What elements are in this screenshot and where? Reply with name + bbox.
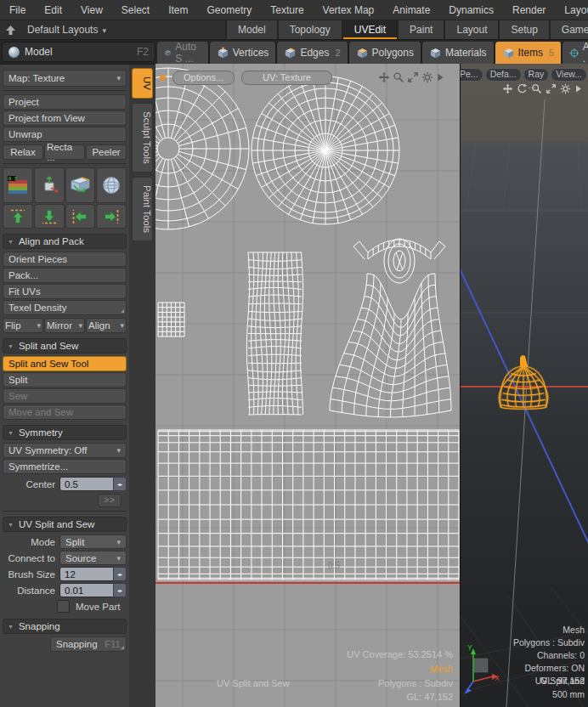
brush-size-stepper[interactable] (113, 567, 127, 581)
zoom-icon[interactable] (393, 71, 404, 83)
symmetry-header[interactable]: Symmetry (3, 425, 127, 440)
peeler-button[interactable]: Peeler (86, 144, 127, 160)
rectangle-button[interactable]: Recta ... (44, 144, 85, 160)
menu-item[interactable]: Item (159, 4, 197, 16)
align-dropdown[interactable]: Align (86, 318, 127, 333)
distance-field[interactable]: 0.01 (59, 583, 127, 597)
pack-button[interactable]: Pack... (3, 268, 127, 283)
texel-density-button[interactable]: Texel Density (3, 300, 127, 315)
menu-file[interactable]: File (0, 4, 35, 16)
center-field[interactable]: 0.5 (59, 477, 127, 491)
perspective-3d-viewport[interactable]: YX Pe... Defa... Ray ... View... Mesh Po… (460, 64, 588, 707)
fit-uvs-button[interactable]: Fit UVs (3, 284, 127, 299)
mirror-dropdown[interactable]: Mirror (44, 318, 85, 333)
tab-action-center[interactable]: Action . . (563, 42, 588, 64)
menu-dynamics[interactable]: Dynamics (439, 4, 503, 16)
menu-texture[interactable]: Texture (261, 4, 313, 16)
expand-menu-icon[interactable] (574, 83, 582, 94)
uv-wireframe-canvas[interactable] (155, 64, 460, 707)
align-and-pack-header[interactable]: Align and Pack (3, 234, 127, 249)
side-tab-sculpt-tools[interactable]: Sculpt Tools (132, 103, 153, 173)
tab-vertices[interactable]: Vertices (210, 42, 278, 64)
uv-projection-axis-button[interactable] (34, 167, 65, 203)
move-part-checkbox[interactable] (57, 600, 70, 613)
gear-icon[interactable] (560, 83, 571, 94)
uv-map-pill[interactable]: UV: Texture (241, 71, 332, 85)
layout-tab-paint[interactable]: Paint (397, 20, 444, 39)
tab-materials[interactable]: Materials (422, 42, 495, 64)
tab-polygons[interactable]: Polygons (349, 42, 422, 64)
menu-select[interactable]: Select (112, 4, 159, 16)
layout-pin-icon[interactable] (0, 20, 20, 39)
project-from-view-button[interactable]: Project from View (3, 110, 127, 126)
layout-tab-model[interactable]: Model (225, 20, 277, 39)
perspective-pill[interactable]: Pe... (460, 68, 483, 82)
uv-checker-texture-button[interactable]: 0 3 (3, 167, 33, 203)
flip-dropdown[interactable]: Flip (3, 318, 43, 333)
shading-default-pill[interactable]: Defa... (485, 68, 522, 82)
pan-icon[interactable] (378, 71, 390, 83)
menu-vertex-map[interactable]: Vertex Map (314, 4, 384, 16)
menu-geometry[interactable]: Geometry (198, 4, 262, 16)
relax-button[interactable]: Relax (3, 144, 43, 160)
split-button[interactable]: Split (3, 372, 127, 387)
scene-3d-canvas[interactable]: YX (461, 64, 588, 707)
maximize-icon[interactable] (546, 83, 557, 94)
split-and-sew-tool-button[interactable]: Split and Sew Tool (3, 356, 127, 371)
side-tab-paint-tools[interactable]: Paint Tools (132, 177, 153, 241)
align-left-button[interactable] (65, 204, 96, 229)
item-list-capsule[interactable]: Model F2 (2, 42, 155, 62)
viewport-marker-icon[interactable] (160, 75, 166, 81)
view-options-pill[interactable]: View... (551, 68, 587, 82)
layout-tab-setup[interactable]: Setup (498, 20, 548, 39)
layout-tab-game-tools[interactable]: Game Tools (549, 20, 588, 39)
layout-tab-uvedit[interactable]: UVEdit (342, 20, 397, 39)
project-button[interactable]: Project (3, 94, 127, 110)
uv-options-button[interactable]: Options... (172, 71, 235, 85)
unwrap-button[interactable]: Unwrap (3, 127, 127, 142)
connect-to-dropdown[interactable]: Source (59, 551, 127, 565)
pan-icon[interactable] (502, 83, 513, 94)
brush-size-field[interactable]: 12 (59, 567, 127, 581)
center-stepper[interactable] (113, 477, 127, 491)
ray-pill[interactable]: Ray ... (523, 68, 550, 82)
layout-tab-topology[interactable]: Topology (277, 20, 342, 39)
tab-edges[interactable]: Edges 2 (277, 42, 348, 64)
items-count-badge: 5 (549, 48, 554, 58)
tab-auto-select[interactable]: Auto S ... (157, 42, 210, 64)
uv-map-selector[interactable]: Map: Texture (3, 70, 127, 87)
uv-symmetry-dropdown[interactable]: UV Symmetry: Off (3, 443, 127, 458)
tab-items[interactable]: Items 5 (495, 42, 563, 64)
align-right-button[interactable] (96, 204, 127, 229)
sew-button[interactable]: Sew (3, 388, 127, 404)
orbit-icon[interactable] (517, 83, 528, 94)
move-and-sew-button[interactable]: Move and Sew (3, 404, 127, 420)
menu-render[interactable]: Render (503, 4, 555, 16)
uv-editor-viewport[interactable]: Options... UV: Texture 0.5 UV Coverage: … (155, 64, 460, 707)
box-projection-button[interactable] (65, 167, 96, 203)
maximize-icon[interactable] (407, 71, 419, 83)
layout-switcher-dropdown[interactable]: Default Layouts (27, 24, 106, 36)
align-down-button[interactable] (34, 204, 65, 229)
menu-edit[interactable]: Edit (35, 4, 71, 16)
more-options-button[interactable]: >> (98, 494, 122, 507)
split-and-sew-header[interactable]: Split and Sew (3, 338, 127, 354)
zoom-icon[interactable] (531, 83, 542, 94)
distance-stepper[interactable] (113, 583, 127, 597)
side-tab-uv[interactable]: UV (132, 68, 153, 99)
menu-layout[interactable]: Layout (555, 4, 588, 16)
symmetrize-button[interactable]: Symmetrize... (3, 459, 127, 474)
gear-icon[interactable] (421, 71, 433, 83)
expand-menu-icon[interactable] (436, 71, 444, 83)
sphere-projection-button[interactable] (96, 167, 127, 203)
uv-split-and-sew-header[interactable]: UV Split and Sew (3, 517, 127, 532)
snapping-button[interactable]: Snapping F11 (50, 636, 127, 652)
align-up-button[interactable] (3, 204, 33, 229)
menu-animate[interactable]: Animate (383, 4, 439, 16)
layout-tab-layout[interactable]: Layout (444, 20, 498, 39)
selection-mode-tabs: Auto S ... Vertices Edges 2 Polygons Mat… (157, 42, 588, 64)
menu-view[interactable]: View (71, 4, 112, 16)
snapping-header[interactable]: Snapping (3, 619, 127, 634)
mode-dropdown[interactable]: Split (59, 534, 127, 549)
orient-pieces-button[interactable]: Orient Pieces (3, 252, 127, 267)
